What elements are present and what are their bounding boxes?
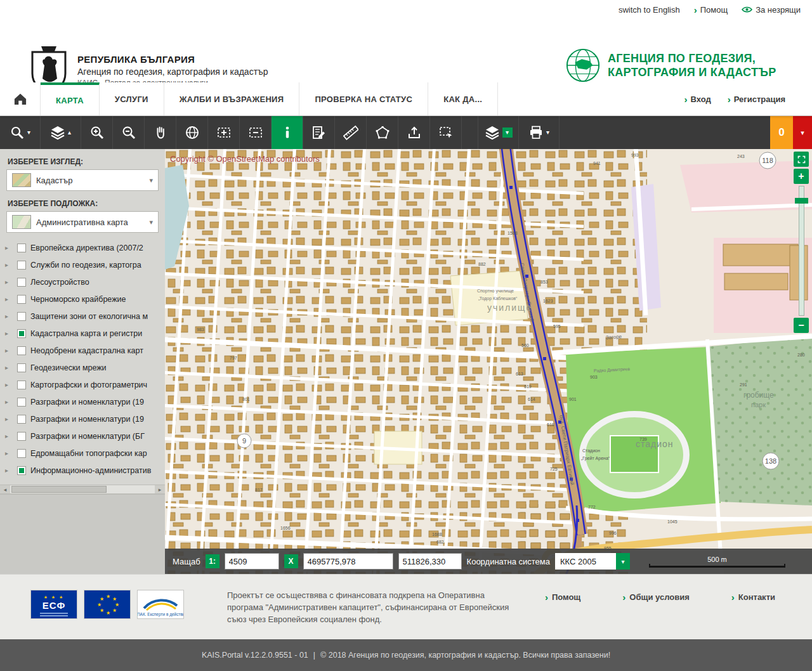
zoom-slider-thumb[interactable] bbox=[795, 198, 808, 204]
layer-checkbox[interactable] bbox=[17, 295, 26, 304]
green-chevron-button[interactable]: ▾ bbox=[502, 127, 513, 138]
layer-row[interactable]: ▸Лесоустройство bbox=[0, 273, 165, 290]
tab-kak-da[interactable]: КАК ДА... bbox=[428, 82, 498, 115]
scroll-right-button[interactable]: ▸ bbox=[155, 485, 165, 493]
measure-distance-button[interactable] bbox=[335, 116, 367, 149]
layer-row[interactable]: ▸Информационно-административ bbox=[0, 462, 165, 479]
footer-help-link[interactable]: ›Помощ bbox=[545, 592, 580, 602]
layer-checkbox[interactable] bbox=[17, 278, 26, 287]
zoom-rectangle-out-button[interactable] bbox=[240, 116, 272, 149]
layer-checkbox[interactable] bbox=[17, 363, 26, 372]
layers-icon bbox=[50, 125, 65, 140]
scrollbar-track[interactable] bbox=[10, 485, 155, 493]
tab-karta[interactable]: КАРТА bbox=[41, 82, 100, 115]
map-canvas[interactable]: Свети Патриарх Евтимий бул. Свети Патриа… bbox=[165, 149, 812, 574]
home-icon bbox=[13, 93, 27, 105]
login-label: Вход bbox=[691, 94, 711, 104]
map-viewport[interactable]: Свети Патриарх Евтимий бул. Свети Патриа… bbox=[165, 149, 812, 574]
layer-row[interactable]: ▸Разграфки и номенклатури (БГ bbox=[0, 427, 165, 445]
parcel-label: 1045 bbox=[667, 519, 678, 524]
zoom-out-button[interactable] bbox=[113, 116, 145, 149]
layer-row[interactable]: ▸Кадастрална карта и регистри bbox=[0, 325, 165, 342]
print-button[interactable]: ▾ bbox=[519, 116, 560, 149]
expand-arrow-icon[interactable]: ▸ bbox=[5, 261, 13, 268]
measure-edit-button[interactable] bbox=[303, 116, 335, 149]
expand-arrow-icon[interactable]: ▸ bbox=[5, 278, 13, 285]
horizontal-scrollbar[interactable]: ◂ ▸ bbox=[0, 485, 165, 494]
full-extent-globe-button[interactable] bbox=[176, 116, 208, 149]
view-select[interactable]: Кадастър ▾ bbox=[6, 169, 159, 191]
expand-arrow-icon[interactable]: ▸ bbox=[5, 244, 13, 251]
tab-uslugi[interactable]: УСЛУГИ bbox=[100, 82, 164, 115]
select-region-button[interactable] bbox=[430, 116, 462, 149]
parcel-label: 1656 bbox=[280, 526, 291, 530]
measure-area-button[interactable] bbox=[367, 116, 398, 149]
expand-arrow-icon[interactable]: ▸ bbox=[5, 415, 13, 422]
layer-checkbox[interactable] bbox=[17, 312, 26, 321]
coord-y-input[interactable] bbox=[398, 553, 462, 570]
zoom-out-map-button[interactable]: − bbox=[794, 318, 809, 333]
register-link[interactable]: › Регистрация bbox=[728, 94, 785, 104]
home-button[interactable] bbox=[0, 82, 41, 115]
scale-input[interactable] bbox=[225, 553, 279, 570]
footer-contacts-link[interactable]: ›Контакти bbox=[731, 592, 775, 602]
search-tool-button[interactable]: ▾ bbox=[0, 116, 41, 149]
basemap-select[interactable]: Административна карта ▾ bbox=[6, 211, 159, 233]
zoom-slider-track[interactable] bbox=[799, 186, 804, 316]
layer-row[interactable]: ▸Служби по геодезия, картогра bbox=[0, 256, 165, 273]
upload-button[interactable] bbox=[398, 116, 430, 149]
layer-row[interactable]: ▸Едромащабни топографски кар bbox=[0, 445, 165, 462]
accessibility-link[interactable]: За незрящи bbox=[742, 5, 801, 15]
expand-arrow-icon[interactable]: ▸ bbox=[5, 364, 13, 371]
expand-arrow-icon[interactable]: ▸ bbox=[5, 433, 13, 440]
layers-panel-toggle-button[interactable]: ▴ bbox=[41, 116, 81, 149]
zoom-in-map-button[interactable]: + bbox=[794, 169, 809, 184]
pan-button[interactable] bbox=[145, 116, 176, 149]
expand-arrow-icon[interactable]: ▸ bbox=[5, 296, 13, 303]
layer-row[interactable]: ▸Разграфки и номенклатури (19 bbox=[0, 410, 165, 427]
layer-checkbox[interactable] bbox=[17, 449, 26, 458]
cart-dropdown-button[interactable]: ▾ bbox=[793, 116, 812, 149]
scroll-left-button[interactable]: ◂ bbox=[0, 485, 10, 493]
layer-row[interactable]: ▸Разграфки и номенклатури (19 bbox=[0, 393, 165, 410]
layer-checkbox[interactable] bbox=[17, 346, 26, 355]
expand-arrow-icon[interactable]: ▸ bbox=[5, 467, 13, 474]
expand-arrow-icon[interactable]: ▸ bbox=[5, 330, 13, 337]
identify-info-button[interactable] bbox=[272, 116, 303, 149]
expand-arrow-icon[interactable]: ▸ bbox=[5, 381, 13, 388]
expand-arrow-icon[interactable]: ▸ bbox=[5, 398, 13, 405]
scrollbar-thumb[interactable] bbox=[11, 486, 107, 493]
full-extent-button[interactable] bbox=[794, 152, 809, 167]
layer-row[interactable]: ▸Геодезически мрежи bbox=[0, 359, 165, 376]
zoom-rectangle-in-button[interactable] bbox=[208, 116, 240, 149]
coord-x-input[interactable] bbox=[303, 553, 393, 570]
layer-row[interactable]: ▸Картографски и фотограметрич bbox=[0, 376, 165, 393]
crs-select[interactable]: ККС 2005 ▾ bbox=[555, 553, 630, 570]
switch-language-link[interactable]: switch to English bbox=[619, 5, 680, 15]
cart-count-badge[interactable]: 0 bbox=[770, 116, 793, 149]
expand-arrow-icon[interactable]: ▸ bbox=[5, 313, 13, 320]
layer-row[interactable]: ▸Европейска директива (2007/2 bbox=[0, 239, 165, 256]
footer-terms-link[interactable]: ›Общи условия bbox=[622, 592, 689, 602]
layer-checkbox[interactable] bbox=[17, 261, 26, 270]
layer-row[interactable]: ▸Черноморско крайбрежие bbox=[0, 290, 165, 308]
crs-value: ККС 2005 bbox=[555, 557, 616, 566]
expand-arrow-icon[interactable]: ▸ bbox=[5, 347, 13, 354]
layer-checkbox[interactable] bbox=[17, 466, 26, 475]
expand-arrow-icon[interactable]: ▸ bbox=[5, 450, 13, 457]
tab-proverka[interactable]: ПРОВЕРКА НА СТАТУС bbox=[299, 82, 428, 115]
login-link[interactable]: › Вход bbox=[684, 94, 711, 104]
layer-checkbox[interactable] bbox=[17, 381, 26, 389]
layer-row[interactable]: ▸Защитени зони от екологична м bbox=[0, 308, 165, 325]
layer-checkbox[interactable] bbox=[17, 329, 26, 338]
view-select-value: Кадастър bbox=[36, 176, 72, 185]
layer-checkbox[interactable] bbox=[17, 398, 26, 407]
layer-checkbox[interactable] bbox=[17, 244, 26, 252]
layer-checkbox[interactable] bbox=[17, 432, 26, 441]
zoom-in-button[interactable] bbox=[81, 116, 113, 149]
layer-row[interactable]: ▸Неодобрени кадастрална карт bbox=[0, 342, 165, 359]
map-layers-button[interactable]: ▾ bbox=[478, 116, 519, 149]
help-link-top[interactable]: › Помощ bbox=[694, 5, 728, 15]
tab-zhalbi[interactable]: ЖАЛБИ И ВЪЗРАЖЕНИЯ bbox=[164, 82, 300, 115]
layer-checkbox[interactable] bbox=[17, 415, 26, 424]
